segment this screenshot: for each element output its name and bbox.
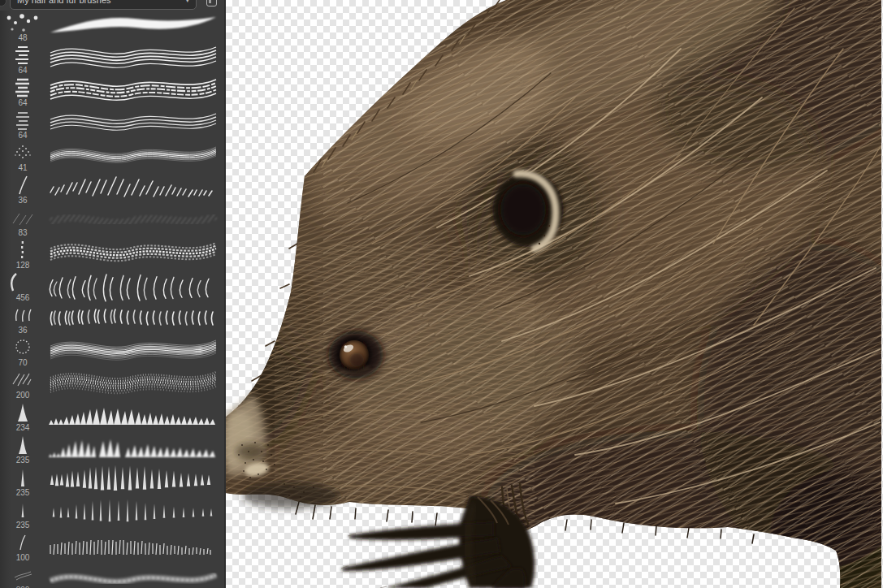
brush-row[interactable]: 83 — [0, 205, 224, 238]
brush-list: 48 64 64 — [0, 11, 224, 588]
brush-stroke-preview — [45, 498, 221, 530]
document-canvas[interactable] — [226, 0, 883, 588]
brush-size-label: 235 — [16, 488, 30, 497]
brush-stroke-preview — [45, 433, 221, 465]
brush-row[interactable]: 300 — [0, 563, 224, 588]
brush-size-label: 70 — [18, 358, 27, 367]
brush-size-label: 456 — [16, 293, 30, 302]
brush-stroke-preview — [45, 108, 221, 141]
beaver-artwork — [226, 0, 881, 588]
brush-size-label: 64 — [18, 66, 27, 75]
brush-stroke-preview — [45, 563, 221, 588]
painting-app-window: My hair and fur brushes ▾ — [0, 0, 883, 588]
brush-thumbnail — [5, 45, 41, 66]
brush-size-label: 83 — [18, 228, 27, 237]
brush-size-label: 64 — [18, 131, 27, 140]
brush-row[interactable]: 36 — [0, 173, 224, 205]
beaver-front-paw — [341, 495, 535, 588]
brush-row[interactable]: 456 — [0, 270, 224, 303]
brush-row[interactable]: 70 — [0, 335, 224, 368]
brush-thumbnail — [5, 207, 41, 228]
brush-thumbnail — [5, 337, 41, 358]
brush-size-label: 128 — [16, 261, 30, 270]
brush-row[interactable]: 48 — [0, 11, 224, 43]
brush-size-label: 64 — [18, 98, 27, 107]
brush-size-label: 36 — [18, 326, 27, 335]
brush-size-label: 100 — [16, 553, 30, 562]
brush-thumbnail — [5, 499, 41, 521]
brush-thumbnail — [5, 467, 41, 488]
brush-stroke-preview — [45, 530, 221, 563]
brush-preset-dropdown[interactable]: My hair and fur brushes ▾ — [10, 0, 197, 10]
brush-stroke-preview — [45, 303, 221, 335]
brush-row[interactable]: 235 — [0, 498, 224, 530]
brush-thumbnail — [5, 12, 41, 33]
brush-row[interactable]: 200 — [0, 368, 224, 400]
brush-size-label: 41 — [18, 163, 27, 172]
brush-stroke-preview — [45, 173, 221, 205]
brush-stroke-preview — [45, 11, 221, 43]
brush-stroke-preview — [45, 43, 221, 76]
brush-stroke-preview — [45, 205, 221, 238]
brush-row[interactable]: 41 — [0, 141, 224, 173]
brush-thumbnail — [5, 240, 41, 261]
brush-size-label: 200 — [16, 391, 30, 400]
brush-size-label: 235 — [16, 521, 30, 530]
brush-panel: My hair and fur brushes ▾ — [0, 0, 226, 588]
brush-size-label: 48 — [18, 33, 27, 42]
brush-stroke-preview — [45, 238, 221, 270]
brush-thumbnail — [5, 77, 41, 98]
brush-stroke-preview — [45, 270, 221, 303]
brush-thumbnail — [5, 564, 41, 586]
brush-stroke-preview — [45, 400, 221, 433]
brush-thumbnail — [5, 532, 41, 553]
brush-thumbnail — [5, 402, 41, 423]
brush-row[interactable]: 64 — [0, 43, 224, 76]
brush-stroke-preview — [45, 141, 221, 173]
brush-stroke-preview — [45, 465, 221, 498]
brush-stroke-preview — [45, 76, 221, 108]
brush-row[interactable]: 64 — [0, 76, 224, 108]
brush-row[interactable]: 100 — [0, 530, 224, 563]
brush-thumbnail — [5, 110, 41, 131]
brush-thumbnail — [5, 435, 41, 456]
brush-row[interactable]: 235 — [0, 433, 224, 465]
brush-size-label: 36 — [18, 196, 27, 205]
brush-row[interactable]: 235 — [0, 465, 224, 498]
brush-thumbnail — [5, 175, 41, 196]
brush-size-label: 235 — [16, 456, 30, 465]
brush-row[interactable]: 128 — [0, 238, 224, 270]
brush-row[interactable]: 36 — [0, 303, 224, 335]
brush-thumbnail — [5, 305, 41, 326]
chevron-down-icon: ▾ — [185, 0, 189, 4]
brush-stroke-preview — [45, 368, 221, 400]
brush-thumbnail — [5, 272, 41, 293]
brush-size-label: 234 — [16, 423, 30, 432]
brush-panel-header: My hair and fur brushes ▾ — [0, 0, 224, 11]
brush-stroke-preview — [45, 335, 221, 368]
brush-preset-dropdown-value: My hair and fur brushes — [17, 0, 111, 5]
brush-thumbnail — [5, 142, 41, 163]
partial-tool-icon — [0, 0, 6, 6]
brush-row[interactable]: 64 — [0, 108, 224, 141]
brush-thumbnail — [5, 370, 41, 391]
beaver-eye — [328, 331, 383, 379]
brush-panel-toggle-icon[interactable] — [206, 0, 217, 6]
brush-row[interactable]: 234 — [0, 400, 224, 433]
